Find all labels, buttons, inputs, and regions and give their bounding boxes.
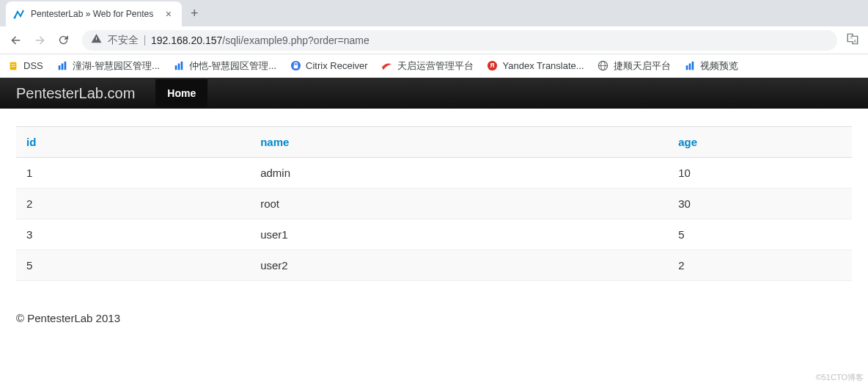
svg-rect-4 <box>11 64 15 65</box>
nav-home[interactable]: Home <box>155 79 207 107</box>
browser-toolbar: 不安全 192.168.20.157/sqli/example9.php?ord… <box>0 26 868 54</box>
bookmark-item[interactable]: 潼湖-智慧园区管理... <box>56 59 160 73</box>
bookmark-item[interactable]: 天启运营管理平台 <box>381 59 474 73</box>
page-footer: © PentesterLab 2013 <box>0 312 868 324</box>
divider <box>144 35 145 45</box>
header-id[interactable]: id <box>16 127 250 158</box>
svg-rect-11 <box>181 61 183 69</box>
browser-tab-strip: PentesterLab » Web for Pentes × + <box>0 0 868 26</box>
bookmarks-bar: DSS 潼湖-智慧园区管理... 仲恺-智慧园区管理... Citrix Rec… <box>0 54 868 78</box>
url-text: 192.168.20.157/sqli/example9.php?order=n… <box>151 34 369 47</box>
svg-text:文: 文 <box>850 34 853 38</box>
header-age[interactable]: age <box>668 127 852 158</box>
globe-icon <box>597 60 609 72</box>
badge-y-icon: Я <box>487 60 499 72</box>
bookmark-item[interactable]: Citrix Receiver <box>290 60 368 72</box>
cell-age: 10 <box>668 158 852 189</box>
bookmark-item[interactable]: DSS <box>7 60 43 72</box>
back-button[interactable] <box>6 30 26 51</box>
url-host: 192.168.20.157 <box>151 34 222 46</box>
bookmark-label: DSS <box>23 60 43 71</box>
bookmark-item[interactable]: 视频预览 <box>684 59 738 73</box>
table-row: 3user15 <box>16 219 852 250</box>
brand-label[interactable]: PentesterLab.com <box>16 85 135 102</box>
svg-rect-20 <box>688 63 691 70</box>
cell-name: root <box>250 189 668 219</box>
close-icon[interactable]: × <box>163 8 174 20</box>
favicon-icon <box>13 8 25 20</box>
bookmark-label: 天启运营管理平台 <box>397 59 474 73</box>
cell-age: 2 <box>668 250 852 281</box>
table-row: 5user22 <box>16 250 852 281</box>
security-label: 不安全 <box>108 34 139 47</box>
svg-rect-8 <box>64 61 66 69</box>
url-path: /sqli/example9.php?order=name <box>222 34 369 46</box>
bookmark-item[interactable]: 仲恺-智慧园区管理... <box>173 59 276 73</box>
cell-name: user1 <box>250 219 668 250</box>
bars-icon <box>684 60 696 72</box>
translate-icon[interactable]: 文A <box>846 32 859 48</box>
cell-name: user2 <box>250 250 668 281</box>
swoosh-icon <box>381 60 393 72</box>
bookmark-label: 潼湖-智慧园区管理... <box>73 59 160 73</box>
cell-age: 30 <box>668 189 852 219</box>
watermark: ©51CTO博客 <box>816 372 864 383</box>
svg-rect-19 <box>685 65 688 70</box>
table-row: 2root30 <box>16 189 852 219</box>
tab-title: PentesterLab » Web for Pentes <box>31 9 157 19</box>
bookmark-label: Yandex Translate... <box>503 60 584 71</box>
bars-icon <box>173 60 185 72</box>
new-tab-button[interactable]: + <box>182 6 207 21</box>
doc-icon <box>7 60 19 72</box>
cell-id: 3 <box>16 219 250 250</box>
svg-text:A: A <box>854 39 857 43</box>
svg-rect-10 <box>178 63 180 70</box>
not-secure-icon <box>91 33 102 47</box>
svg-text:Я: Я <box>490 62 495 69</box>
svg-rect-5 <box>11 66 15 67</box>
bookmark-label: 仲恺-智慧园区管理... <box>189 59 276 73</box>
svg-rect-6 <box>58 65 60 70</box>
bookmark-label: 捷顺天启平台 <box>614 59 671 73</box>
table-header-row: id name age <box>16 127 852 158</box>
svg-rect-21 <box>691 61 694 69</box>
bookmark-label: Citrix Receiver <box>306 60 368 71</box>
forward-button[interactable] <box>29 30 50 51</box>
svg-rect-7 <box>61 63 63 70</box>
cell-id: 2 <box>16 189 250 219</box>
svg-rect-13 <box>293 65 298 69</box>
reload-button[interactable] <box>53 30 73 51</box>
svg-point-0 <box>14 17 16 19</box>
data-table: id name age 1admin102root303user155user2… <box>16 126 852 281</box>
page-navbar: PentesterLab.com Home <box>0 78 868 109</box>
lock-circle-icon <box>290 60 301 72</box>
cell-age: 5 <box>668 219 852 250</box>
cell-name: admin <box>250 158 668 189</box>
bookmark-item[interactable]: 捷顺天启平台 <box>597 59 671 73</box>
table-row: 1admin10 <box>16 158 852 189</box>
page-content: id name age 1admin102root303user155user2… <box>0 109 868 299</box>
header-name[interactable]: name <box>250 127 668 158</box>
address-bar[interactable]: 不安全 192.168.20.157/sqli/example9.php?ord… <box>82 30 837 51</box>
cell-id: 1 <box>16 158 250 189</box>
bookmark-label: 视频预览 <box>700 59 738 73</box>
cell-id: 5 <box>16 250 250 281</box>
browser-tab[interactable]: PentesterLab » Web for Pentes × <box>6 1 182 26</box>
bars-icon <box>56 60 68 72</box>
bookmark-item[interactable]: Я Yandex Translate... <box>487 60 584 72</box>
svg-rect-9 <box>175 65 177 70</box>
